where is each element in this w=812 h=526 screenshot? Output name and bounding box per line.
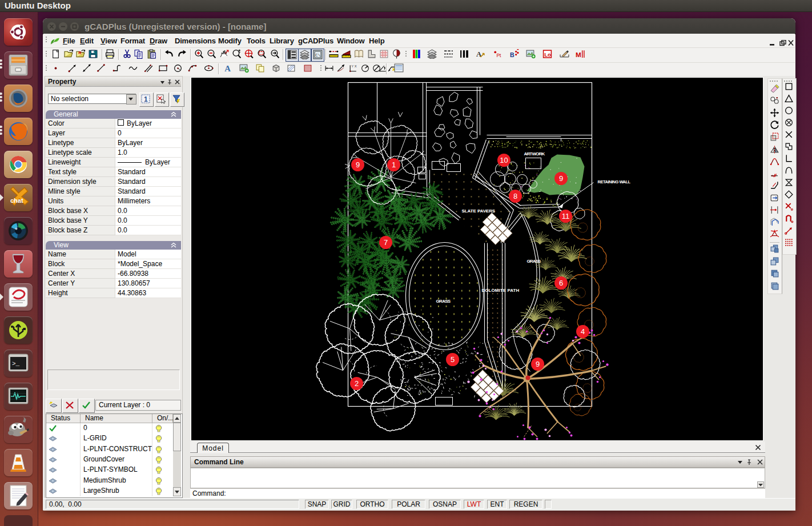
svg-text:ARTWORK: ARTWORK <box>524 151 545 156</box>
svg-text:11: 11 <box>562 212 570 220</box>
svg-text:10: 10 <box>500 156 508 164</box>
svg-text:C\: C\ <box>315 53 320 58</box>
svg-text:Lo: Lo <box>544 51 551 58</box>
svg-text:5: 5 <box>451 355 455 364</box>
svg-text:4: 4 <box>581 327 585 336</box>
svg-text:1: 1 <box>392 160 396 169</box>
svg-text:Y X: Y X <box>351 65 356 68</box>
svg-text:M: M <box>576 51 581 58</box>
svg-text:R: R <box>78 50 82 55</box>
svg-text:A: A <box>224 64 231 73</box>
svg-text:2: 2 <box>355 379 359 388</box>
svg-text:SLATE PAVERS: SLATE PAVERS <box>462 208 496 214</box>
svg-text:GRASS: GRASS <box>436 299 451 304</box>
svg-text:DOLOMITE PATH: DOLOMITE PATH <box>482 288 520 293</box>
svg-text:6: 6 <box>559 279 563 287</box>
svg-text:GRASS: GRASS <box>527 259 541 264</box>
svg-text:>_: >_ <box>12 360 20 367</box>
svg-text:RETAINING WALL: RETAINING WALL <box>598 179 631 184</box>
svg-text:7: 7 <box>384 238 388 247</box>
svg-text:9: 9 <box>536 360 540 368</box>
svg-text:B: B <box>510 51 514 58</box>
svg-text:chat: chat <box>10 197 23 204</box>
svg-text:9: 9 <box>559 174 563 183</box>
svg-text:8: 8 <box>513 192 517 200</box>
svg-text:1: 1 <box>144 95 148 103</box>
svg-text:Pt: Pt <box>496 53 501 58</box>
svg-text:9: 9 <box>356 160 360 169</box>
